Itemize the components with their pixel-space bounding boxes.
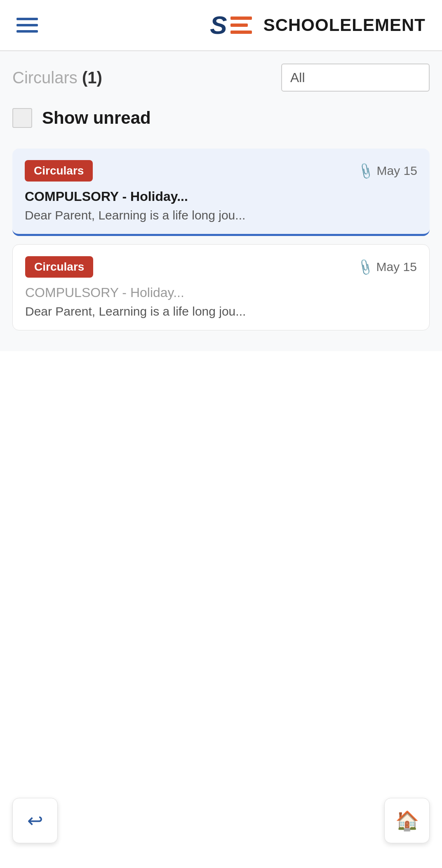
logo-e-mark bbox=[230, 17, 252, 34]
category-badge-1: Circulars bbox=[25, 160, 93, 182]
page-title: Circulars (1) bbox=[12, 68, 102, 87]
home-icon: 🏠 bbox=[395, 809, 419, 832]
menu-button[interactable] bbox=[16, 18, 38, 33]
back-icon: ↩ bbox=[27, 809, 43, 832]
app-logo: S SCHOOLELEMENT bbox=[210, 12, 426, 38]
logo-se-mark: S bbox=[210, 12, 252, 38]
back-button[interactable]: ↩ bbox=[12, 798, 58, 843]
show-unread-checkbox[interactable] bbox=[12, 108, 32, 128]
app-header: S SCHOOLELEMENT bbox=[0, 0, 442, 51]
page-title-text: Circulars bbox=[12, 68, 78, 87]
card-top-row-2: Circulars 📎 May 15 bbox=[25, 256, 417, 278]
circular-preview-2: Dear Parent, Learning is a life long jou… bbox=[25, 304, 417, 318]
paperclip-icon-1: 📎 bbox=[356, 161, 375, 180]
show-unread-row: Show unread bbox=[12, 104, 430, 132]
main-content: Circulars (1) All Unread Read Show unrea… bbox=[0, 51, 442, 351]
show-unread-label[interactable]: Show unread bbox=[42, 108, 151, 128]
page-count: (1) bbox=[82, 68, 102, 87]
logo-text: SCHOOLELEMENT bbox=[263, 15, 426, 35]
circular-date-2: May 15 bbox=[376, 260, 417, 274]
paperclip-icon-2: 📎 bbox=[355, 257, 375, 276]
home-button[interactable]: 🏠 bbox=[384, 798, 430, 843]
category-badge-2: Circulars bbox=[25, 256, 93, 278]
logo-s-letter: S bbox=[210, 12, 227, 38]
date-row-1: 📎 May 15 bbox=[358, 164, 417, 178]
circular-title-1: COMPULSORY - Holiday... bbox=[25, 189, 417, 204]
circular-title-2: COMPULSORY - Holiday... bbox=[25, 285, 417, 300]
filter-select[interactable]: All Unread Read bbox=[281, 64, 430, 92]
circular-card-2[interactable]: Circulars 📎 May 15 COMPULSORY - Holiday.… bbox=[12, 244, 430, 330]
circular-preview-1: Dear Parent, Learning is a life long jou… bbox=[25, 208, 417, 222]
circular-date-1: May 15 bbox=[377, 164, 417, 178]
circulars-header: Circulars (1) All Unread Read bbox=[12, 64, 430, 92]
logo-e-line-top bbox=[230, 17, 252, 20]
bottom-nav: ↩ 🏠 bbox=[0, 798, 442, 843]
card-top-row-1: Circulars 📎 May 15 bbox=[25, 160, 417, 182]
date-row-2: 📎 May 15 bbox=[358, 260, 417, 274]
logo-e-line-bottom bbox=[230, 31, 252, 34]
circular-card-1[interactable]: Circulars 📎 May 15 COMPULSORY - Holiday.… bbox=[12, 149, 430, 236]
logo-e-line-middle bbox=[230, 24, 248, 27]
